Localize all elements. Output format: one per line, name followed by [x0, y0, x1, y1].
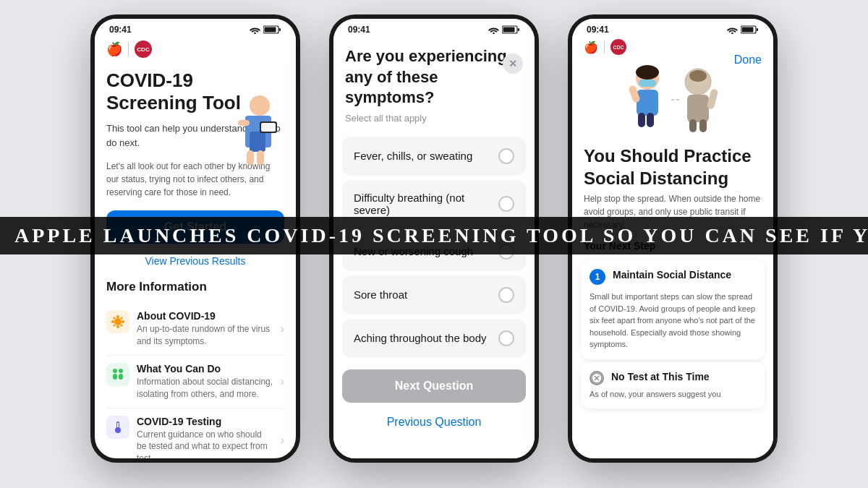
info-item-cando[interactable]: What You Can Do Information about social… [106, 356, 284, 408]
svg-rect-42 [647, 113, 654, 127]
svg-point-23 [119, 369, 123, 373]
step-number: 1 [590, 269, 605, 285]
wifi-icon [250, 26, 260, 34]
test-icon [111, 420, 125, 435]
svg-rect-39 [637, 90, 658, 116]
info-title-testing: COVID-19 Testing [137, 416, 273, 427]
svg-point-20 [121, 317, 123, 320]
logos-area: 🍎 CDC [106, 38, 284, 61]
svg-rect-35 [742, 27, 754, 33]
svg-point-13 [116, 315, 119, 318]
svg-rect-2 [279, 28, 281, 31]
svg-rect-47 [687, 95, 709, 122]
more-info-title: More Information [106, 280, 284, 294]
svg-point-12 [114, 318, 122, 325]
symptom-label-aching: Aching throughout the body [354, 332, 486, 344]
svg-point-18 [121, 325, 123, 327]
battery-icon [263, 25, 281, 34]
info-item-testing[interactable]: COVID-19 Testing Current guidance on who… [106, 408, 284, 463]
phone3-divider [604, 40, 605, 53]
headline-banner: APPLE LAUNCHES COVID-19 SCREENING TOOL S… [0, 217, 868, 254]
phone1-status-icons [250, 25, 281, 34]
next-question-button[interactable]: Next Question [342, 369, 526, 403]
symptom-item-fever[interactable]: Fever, chills, or sweating [342, 137, 526, 176]
info-icon-testing [106, 416, 129, 439]
step-body: Small but important steps can slow the s… [590, 291, 756, 351]
info-desc-cando: Information about social distancing, iso… [137, 376, 273, 401]
phone2-time: 09:41 [348, 25, 370, 35]
social-distancing-title: You Should Practice Social Distancing [572, 139, 773, 192]
phone1-content: 🍎 CDC COV [95, 38, 296, 199]
svg-point-46 [689, 70, 707, 82]
svg-rect-34 [757, 28, 758, 31]
social-distancing-illustration [600, 64, 745, 136]
symptom-item-sore-throat[interactable]: Sore throat [342, 275, 526, 314]
x-circle-icon [591, 372, 603, 384]
done-button[interactable]: Done [734, 53, 762, 67]
no-test-card: No Test at This Time As of now, your ans… [581, 362, 765, 409]
step-card-header: 1 Maintain Social Distance [590, 269, 756, 285]
svg-point-0 [254, 32, 256, 33]
battery-icon-2 [502, 25, 520, 34]
illustration-area [572, 58, 773, 139]
phone3-status-icons [727, 25, 759, 34]
svg-rect-10 [247, 150, 254, 165]
info-desc-testing: Current guidance on who should be tested… [137, 429, 273, 463]
svg-point-16 [122, 320, 124, 323]
no-test-icon [590, 371, 604, 385]
symptom-label-sore-throat: Sore throat [354, 288, 407, 301]
symptom-item-aching[interactable]: Aching throughout the body [342, 319, 526, 358]
battery-icon-3 [741, 25, 759, 34]
svg-point-4 [250, 95, 270, 116]
phone1-illustration [224, 91, 289, 171]
phone3-time: 09:41 [587, 25, 609, 35]
phone1-time: 09:41 [109, 25, 132, 35]
info-item-covid[interactable]: About COVID-19 An up-to-date rundown of … [106, 303, 284, 356]
svg-rect-6 [238, 120, 250, 126]
svg-rect-38 [639, 80, 656, 87]
svg-rect-50 [699, 119, 707, 132]
radio-sore-throat[interactable] [498, 287, 514, 303]
phone3-status-bar: 09:41 [572, 19, 773, 38]
chevron-icon-testing: › [281, 434, 284, 447]
virus-icon [111, 314, 125, 329]
svg-rect-30 [518, 28, 519, 31]
svg-point-19 [114, 325, 116, 327]
phone2-status-bar: 09:41 [333, 19, 535, 38]
symptom-label-breathing: Difficulty breathing (not severe) [354, 192, 498, 216]
wifi-icon-2 [488, 26, 499, 34]
svg-rect-49 [689, 119, 697, 132]
phone3-apple-logo: 🍎 [584, 40, 598, 54]
svg-rect-24 [119, 374, 123, 380]
person-distance-icon [111, 367, 125, 382]
svg-rect-41 [638, 113, 645, 127]
no-test-header: No Test at This Time [590, 371, 756, 385]
info-text-testing: COVID-19 Testing Current guidance on who… [137, 416, 273, 463]
info-desc-covid: An up-to-date rundown of the virus and i… [137, 323, 273, 348]
symptom-label-fever: Fever, chills, or sweating [354, 150, 472, 162]
svg-point-28 [493, 32, 495, 33]
info-text-cando: What You Can Do Information about social… [137, 363, 273, 401]
info-title-cando: What You Can Do [137, 363, 273, 374]
prev-question-button[interactable]: Previous Question [342, 407, 526, 437]
close-button[interactable]: ✕ [503, 53, 523, 74]
svg-point-17 [114, 317, 116, 320]
svg-point-37 [636, 65, 659, 80]
svg-rect-9 [261, 123, 276, 132]
radio-fever[interactable] [498, 148, 514, 164]
phone1-status-bar: 09:41 [95, 19, 296, 38]
phone3-cdc-badge: CDC [610, 39, 626, 55]
info-text-covid: About COVID-19 An up-to-date rundown of … [137, 310, 273, 348]
logo-divider [128, 42, 129, 56]
step-title: Maintain Social Distance [613, 269, 731, 281]
svg-point-15 [111, 320, 114, 323]
svg-point-21 [113, 369, 117, 373]
info-icon-covid [106, 310, 129, 333]
radio-aching[interactable] [498, 330, 514, 346]
chevron-icon-covid: › [281, 322, 284, 335]
radio-breathing[interactable] [498, 196, 514, 212]
svg-rect-31 [503, 27, 515, 33]
svg-rect-11 [257, 150, 264, 165]
no-test-title: No Test at This Time [611, 371, 710, 382]
svg-rect-22 [113, 374, 117, 380]
